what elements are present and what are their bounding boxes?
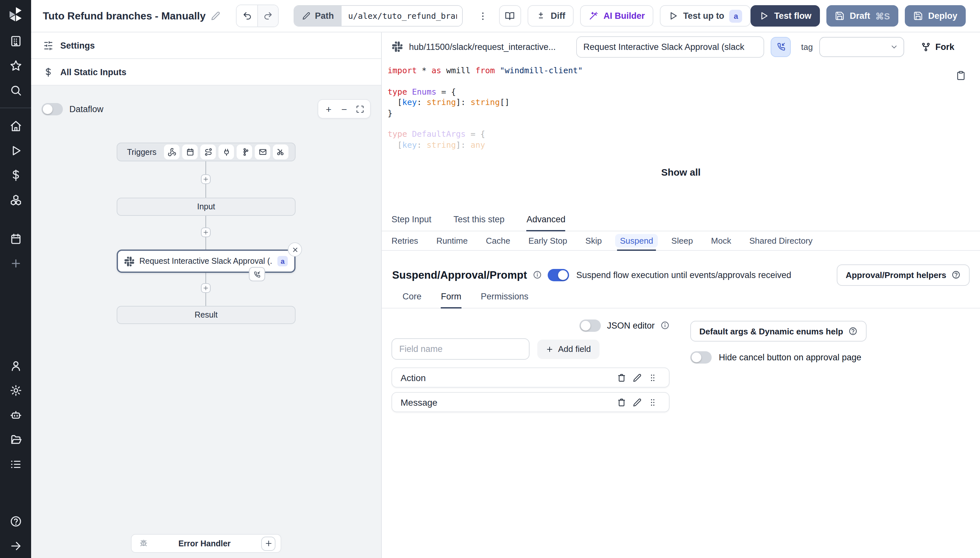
insert-step-button[interactable] (201, 283, 211, 293)
form-field-row-action[interactable]: Action (391, 368, 670, 387)
star-icon (10, 59, 22, 72)
error-handler-node[interactable]: Error Handler (131, 534, 281, 553)
info-icon[interactable] (533, 270, 542, 279)
path-label[interactable]: Path (294, 6, 342, 26)
suspend-toggle-button[interactable] (771, 37, 791, 57)
tab-step-input[interactable]: Step Input (391, 213, 431, 231)
edit-field-button[interactable] (629, 373, 645, 382)
websocket-trigger-button[interactable] (218, 144, 234, 159)
sidebar-item-runs[interactable] (0, 138, 31, 162)
tab-permissions[interactable]: Permissions (481, 290, 529, 308)
trash-icon (617, 373, 626, 382)
edit-title-button[interactable] (211, 11, 221, 21)
delete-field-button[interactable] (614, 397, 629, 407)
sidebar-item-search[interactable] (0, 78, 31, 102)
sidebar-item-folders[interactable] (0, 427, 31, 452)
delete-field-button[interactable] (614, 373, 629, 382)
sidebar-item-users[interactable] (0, 353, 31, 378)
slack-approval-node[interactable]: Request Interactive Slack Approval (... … (117, 249, 295, 273)
json-editor-toggle[interactable] (580, 319, 601, 332)
step-summary-input[interactable] (576, 36, 764, 57)
default-args-help-button[interactable]: Default args & Dynamic enums help (690, 321, 867, 341)
undo-button[interactable] (237, 5, 258, 26)
tab-test-this-step[interactable]: Test this step (453, 213, 505, 231)
sidebar-item-favorites[interactable] (0, 53, 31, 78)
sidebar-item-workers[interactable] (0, 402, 31, 427)
input-node[interactable]: Input (117, 198, 295, 216)
code-line: type DefaultArgs = { (387, 129, 980, 140)
draft-button[interactable]: Draft⌘S (826, 5, 898, 26)
triggers-node[interactable]: Triggers (117, 143, 295, 161)
add-error-handler-button[interactable] (261, 536, 276, 551)
flow-canvas[interactable]: Triggers Input Request Interactive Slack… (31, 33, 381, 558)
tab-retries[interactable]: Retries (391, 231, 418, 250)
tab-cache[interactable]: Cache (486, 231, 510, 250)
sidebar-item-variables[interactable] (0, 162, 31, 187)
sidebar-item-audit-logs[interactable] (0, 452, 31, 476)
sidebar-item-home[interactable] (0, 113, 31, 138)
field-name-input[interactable] (391, 338, 530, 360)
sidebar-item-workspace[interactable] (0, 28, 31, 53)
info-icon[interactable] (660, 321, 670, 330)
insert-step-button[interactable] (201, 174, 211, 184)
http-route-trigger-button[interactable] (200, 144, 216, 159)
scheduled-poll-trigger-button[interactable] (273, 144, 289, 159)
edit-field-button[interactable] (629, 397, 645, 407)
approval-prompt-helpers-button[interactable]: Approval/Prompt helpers (836, 264, 970, 286)
test-up-to-button[interactable]: Test up toa (660, 5, 751, 26)
tab-form[interactable]: Form (441, 290, 461, 308)
drag-field-handle[interactable] (645, 397, 660, 407)
calendar-icon (10, 232, 22, 245)
email-trigger-button[interactable] (255, 144, 270, 159)
docs-button[interactable] (499, 5, 521, 26)
hub-script-path[interactable]: hub/11500/slack/request_interactive... (409, 42, 570, 51)
sidebar-item-help[interactable] (0, 509, 31, 533)
windmill-logo[interactable] (0, 0, 31, 28)
suspend-indicator-badge[interactable] (249, 267, 265, 281)
sidebar-item-resources[interactable] (0, 187, 31, 212)
webhook-trigger-button[interactable] (164, 144, 180, 159)
ai-builder-button[interactable]: AI Builder (580, 5, 653, 26)
show-all-button[interactable]: Show all (382, 162, 980, 181)
user-icon (10, 359, 22, 372)
code-editor[interactable]: import * as wmill from "windmill-client"… (382, 61, 980, 162)
more-menu-button[interactable] (476, 5, 490, 26)
add-field-button[interactable]: Add field (537, 339, 599, 359)
tab-skip[interactable]: Skip (585, 231, 602, 250)
test-flow-button[interactable]: Test flow (751, 5, 820, 26)
share-nodes-icon (240, 148, 249, 156)
tab-shared-directory[interactable]: Shared Directory (749, 231, 813, 250)
diff-button[interactable]: Diff (527, 5, 574, 26)
tab-early-stop[interactable]: Early Stop (528, 231, 567, 250)
tab-core[interactable]: Core (402, 290, 422, 308)
save-icon (913, 11, 923, 21)
sidebar-item-schedules[interactable] (0, 226, 31, 251)
tag-select[interactable] (819, 37, 904, 57)
chevron-down-icon (890, 43, 898, 51)
path-input[interactable] (341, 6, 463, 26)
tab-suspend[interactable]: Suspend (620, 231, 653, 250)
slack-icon (392, 41, 402, 52)
kafka-trigger-button[interactable] (236, 144, 252, 159)
copy-code-button[interactable] (956, 71, 966, 80)
sidebar-item-add[interactable] (0, 251, 31, 276)
hide-cancel-toggle[interactable] (690, 351, 712, 364)
sidebar-expand[interactable] (0, 533, 31, 558)
sidebar-item-settings[interactable] (0, 378, 31, 402)
suspend-enabled-toggle[interactable] (548, 269, 569, 281)
insert-step-button[interactable] (201, 228, 211, 237)
schedule-trigger-button[interactable] (182, 144, 198, 159)
tab-advanced[interactable]: Advanced (527, 213, 566, 231)
tab-mock[interactable]: Mock (711, 231, 731, 250)
fork-button[interactable]: Fork (921, 42, 954, 51)
add-field-row: Add field (391, 338, 670, 360)
result-node[interactable]: Result (117, 306, 295, 324)
redo-button[interactable] (257, 5, 278, 26)
form-field-row-message[interactable]: Message (391, 392, 670, 412)
tab-runtime[interactable]: Runtime (436, 231, 468, 250)
tab-sleep[interactable]: Sleep (671, 231, 693, 250)
drag-field-handle[interactable] (645, 373, 660, 382)
grip-vertical-icon (648, 373, 657, 382)
deploy-button[interactable]: Deploy (905, 5, 966, 26)
delete-node-button[interactable] (288, 242, 302, 257)
